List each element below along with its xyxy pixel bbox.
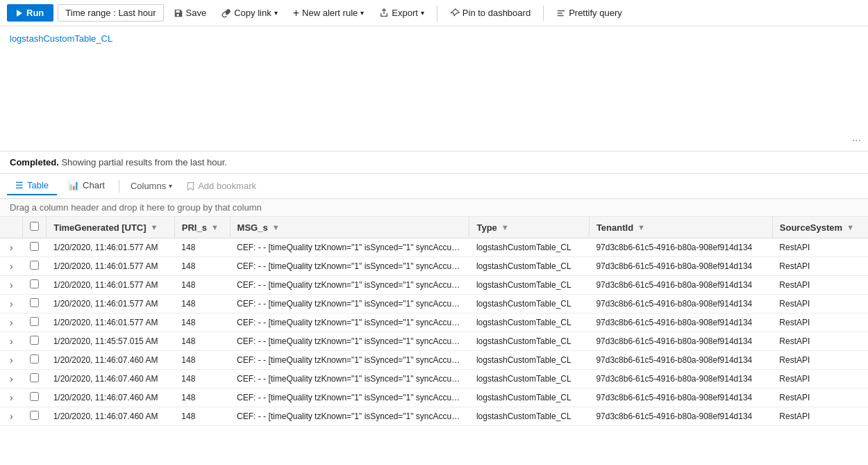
- table-row: ›1/20/2020, 11:46:01.577 AM148CEF: - - […: [0, 276, 868, 295]
- th-source-filter-icon[interactable]: ▼: [846, 223, 854, 231]
- copy-link-chevron-icon: ▾: [274, 9, 278, 17]
- query-text[interactable]: logstashCustomTable_CL: [10, 33, 112, 44]
- expand-row-button[interactable]: ›: [7, 279, 16, 291]
- cell-msg: CEF: - - [timeQuality tzKnown="1" isSync…: [230, 313, 469, 332]
- status-bar: Completed. Showing partial results from …: [0, 152, 868, 174]
- new-alert-label: New alert rule: [302, 8, 358, 18]
- table-header: TimeGenerated [UTC] ▼ PRI_s ▼ MSG_s ▼: [0, 217, 868, 238]
- th-msg-label: MSG_s: [237, 222, 268, 233]
- th-tenant[interactable]: TenantId ▼: [589, 217, 772, 238]
- table-row: ›1/20/2020, 11:45:57.015 AM148CEF: - - […: [0, 332, 868, 351]
- cell-source: RestAPI: [772, 276, 868, 295]
- cell-type: logstashCustomTable_CL: [469, 313, 589, 332]
- th-type-filter-icon[interactable]: ▼: [501, 223, 509, 231]
- expand-row-button[interactable]: ›: [7, 317, 16, 328]
- th-source-label: SourceSystem: [780, 222, 842, 233]
- row-checkbox[interactable]: [30, 411, 39, 420]
- th-pri-filter-icon[interactable]: ▼: [211, 223, 219, 231]
- expand-row-button[interactable]: ›: [7, 411, 16, 422]
- table-row: ›1/20/2020, 11:46:07.460 AM148CEF: - - […: [0, 389, 868, 407]
- cell-pri: 148: [174, 351, 230, 370]
- cell-type: logstashCustomTable_CL: [469, 238, 589, 257]
- separator-1: [437, 6, 437, 21]
- tab-table[interactable]: ☰ Table: [7, 177, 57, 195]
- prettify-button[interactable]: Prettify query: [551, 5, 628, 21]
- th-type[interactable]: Type ▼: [469, 217, 589, 238]
- th-tenant-filter-icon[interactable]: ▼: [637, 223, 645, 231]
- cell-pri: 148: [174, 370, 230, 389]
- cell-source: RestAPI: [772, 257, 868, 276]
- pin-label: Pin to dashboard: [462, 8, 531, 18]
- row-checkbox[interactable]: [30, 261, 39, 270]
- expand-row-button[interactable]: ›: [7, 242, 16, 253]
- row-checkbox[interactable]: [30, 336, 39, 345]
- add-bookmark-button[interactable]: Add bookmark: [181, 178, 262, 194]
- prettify-icon: [556, 8, 566, 18]
- save-button[interactable]: Save: [168, 5, 212, 21]
- expand-row-button[interactable]: ›: [7, 373, 16, 384]
- cell-msg: CEF: - - [timeQuality tzKnown="1" isSync…: [230, 238, 469, 257]
- cell-source: RestAPI: [772, 295, 868, 313]
- results-table: TimeGenerated [UTC] ▼ PRI_s ▼ MSG_s ▼: [0, 217, 868, 426]
- row-checkbox[interactable]: [30, 298, 39, 307]
- cell-type: logstashCustomTable_CL: [469, 257, 589, 276]
- cell-tenant: 97d3c8b6-61c5-4916-b80a-908ef914d134: [589, 351, 772, 370]
- th-pri[interactable]: PRI_s ▼: [174, 217, 230, 238]
- run-play-icon: [17, 10, 22, 17]
- table-body: ›1/20/2020, 11:46:01.577 AM148CEF: - - […: [0, 238, 868, 426]
- th-source[interactable]: SourceSystem ▼: [772, 217, 868, 238]
- th-msg-filter-icon[interactable]: ▼: [272, 223, 280, 231]
- table-icon: ☰: [15, 180, 24, 190]
- expand-row-button[interactable]: ›: [7, 354, 16, 366]
- cell-tenant: 97d3c8b6-61c5-4916-b80a-908ef914d134: [589, 389, 772, 407]
- query-area[interactable]: logstashCustomTable_CL ···: [0, 26, 868, 152]
- cell-time: 1/20/2020, 11:46:01.577 AM: [47, 257, 175, 276]
- th-time[interactable]: TimeGenerated [UTC] ▼: [47, 217, 175, 238]
- select-all-checkbox[interactable]: [30, 222, 39, 231]
- cell-msg: CEF: - - [timeQuality tzKnown="1" isSync…: [230, 332, 469, 351]
- expand-row-button[interactable]: ›: [7, 261, 16, 272]
- row-checkbox[interactable]: [30, 279, 39, 288]
- bookmark-label: Add bookmark: [198, 181, 256, 191]
- row-checkbox[interactable]: [30, 373, 39, 382]
- save-label: Save: [186, 8, 207, 18]
- separator-2: [543, 6, 544, 21]
- table-row: ›1/20/2020, 11:46:01.577 AM148CEF: - - […: [0, 313, 868, 332]
- row-checkbox[interactable]: [30, 317, 39, 326]
- th-expand: [0, 217, 23, 238]
- row-checkbox[interactable]: [30, 242, 39, 251]
- more-options-icon[interactable]: ···: [852, 134, 861, 147]
- th-time-filter-icon[interactable]: ▼: [151, 223, 158, 231]
- cell-type: logstashCustomTable_CL: [469, 389, 589, 407]
- cell-tenant: 97d3c8b6-61c5-4916-b80a-908ef914d134: [589, 407, 772, 426]
- tab-chart[interactable]: 📊 Chart: [60, 177, 113, 195]
- expand-row-button[interactable]: ›: [7, 336, 16, 347]
- row-checkbox[interactable]: [30, 392, 39, 401]
- run-button[interactable]: Run: [7, 4, 53, 22]
- drag-hint: Drag a column header and drop it here to…: [0, 199, 868, 217]
- th-tenant-label: TenantId: [596, 222, 633, 233]
- cell-pri: 148: [174, 313, 230, 332]
- copy-link-button[interactable]: Copy link ▾: [216, 5, 283, 21]
- expand-row-button[interactable]: ›: [7, 392, 16, 403]
- cell-time: 1/20/2020, 11:46:07.460 AM: [47, 389, 175, 407]
- columns-button[interactable]: Columns ▾: [125, 178, 178, 194]
- cell-tenant: 97d3c8b6-61c5-4916-b80a-908ef914d134: [589, 276, 772, 295]
- th-msg[interactable]: MSG_s ▼: [230, 217, 469, 238]
- cell-source: RestAPI: [772, 351, 868, 370]
- pin-button[interactable]: Pin to dashboard: [444, 5, 536, 21]
- toolbar: Run Time range : Last hour Save Copy lin…: [0, 0, 868, 26]
- time-range-button[interactable]: Time range : Last hour: [58, 4, 163, 22]
- new-alert-button[interactable]: + New alert rule ▾: [287, 5, 370, 22]
- cell-source: RestAPI: [772, 407, 868, 426]
- expand-row-button[interactable]: ›: [7, 298, 16, 309]
- new-alert-chevron-icon: ▾: [360, 9, 364, 17]
- cell-pri: 148: [174, 276, 230, 295]
- cell-msg: CEF: - - [timeQuality tzKnown="1" isSync…: [230, 257, 469, 276]
- cell-source: RestAPI: [772, 370, 868, 389]
- th-pri-label: PRI_s: [182, 222, 207, 233]
- export-button[interactable]: Export ▾: [374, 5, 430, 21]
- cell-tenant: 97d3c8b6-61c5-4916-b80a-908ef914d134: [589, 332, 772, 351]
- cell-pri: 148: [174, 332, 230, 351]
- row-checkbox[interactable]: [30, 354, 39, 364]
